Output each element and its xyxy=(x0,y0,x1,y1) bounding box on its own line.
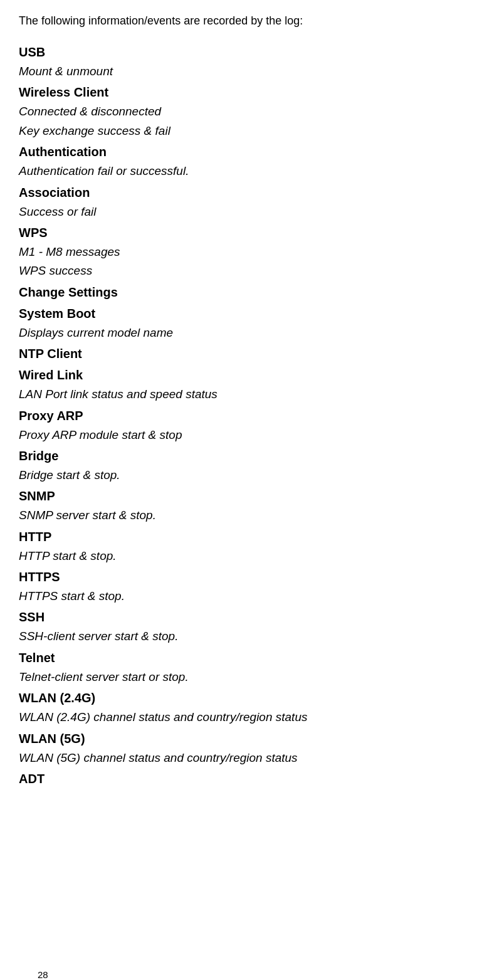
section-block: System BootDisplays current model name xyxy=(19,303,473,342)
section-detail: SSH-client server start & stop. xyxy=(19,627,473,646)
section-heading: Change Settings xyxy=(19,282,473,302)
section-detail: Proxy ARP module start & stop xyxy=(19,426,473,445)
section-heading: Association xyxy=(19,182,473,203)
section-heading: HTTP xyxy=(19,527,473,547)
section-detail: Displays current model name xyxy=(19,324,473,342)
page-number: 28 xyxy=(38,969,48,980)
section-detail: SNMP server start & stop. xyxy=(19,506,473,525)
section-heading: Authentication xyxy=(19,142,473,162)
section-heading: WLAN (5G) xyxy=(19,729,473,749)
section-block: Wired LinkLAN Port link status and speed… xyxy=(19,365,473,404)
section-detail: Success or fail xyxy=(19,203,473,221)
section-block: Proxy ARPProxy ARP module start & stop xyxy=(19,406,473,445)
section-heading: System Boot xyxy=(19,303,473,324)
section-block: Wireless ClientConnected & disconnectedK… xyxy=(19,82,473,140)
section-block: AssociationSuccess or fail xyxy=(19,182,473,221)
section-block: TelnetTelnet-client server start or stop… xyxy=(19,648,473,687)
section-block: HTTPSHTTPS start & stop. xyxy=(19,567,473,606)
section-detail: WLAN (5G) channel status and country/reg… xyxy=(19,749,473,767)
section-heading: SSH xyxy=(19,607,473,627)
section-block: SNMPSNMP server start & stop. xyxy=(19,486,473,525)
section-block: HTTPHTTP start & stop. xyxy=(19,527,473,566)
section-heading: USB xyxy=(19,42,473,62)
sections-container: USBMount & unmountWireless ClientConnect… xyxy=(19,42,473,789)
section-detail: Telnet-client server start or stop. xyxy=(19,668,473,687)
section-detail: WLAN (2.4G) channel status and country/r… xyxy=(19,708,473,727)
section-block: AuthenticationAuthentication fail or suc… xyxy=(19,142,473,181)
section-detail: LAN Port link status and speed status xyxy=(19,385,473,404)
section-block: WLAN (2.4G)WLAN (2.4G) channel status an… xyxy=(19,688,473,727)
section-detail: HTTPS start & stop. xyxy=(19,587,473,606)
section-heading: ADT xyxy=(19,769,473,789)
section-detail: Bridge start & stop. xyxy=(19,466,473,485)
section-heading: Proxy ARP xyxy=(19,406,473,426)
section-block: Change Settings xyxy=(19,282,473,302)
section-detail: Connected & disconnected xyxy=(19,102,473,121)
section-heading: NTP Client xyxy=(19,344,473,364)
section-heading: WPS xyxy=(19,223,473,243)
section-heading: HTTPS xyxy=(19,567,473,587)
intro-text: The following information/events are rec… xyxy=(19,13,473,29)
section-block: WLAN (5G)WLAN (5G) channel status and co… xyxy=(19,729,473,767)
section-heading: Wireless Client xyxy=(19,82,473,102)
section-detail: M1 - M8 messages xyxy=(19,243,473,261)
section-heading: WLAN (2.4G) xyxy=(19,688,473,708)
section-heading: SNMP xyxy=(19,486,473,506)
section-block: WPSM1 - M8 messagesWPS success xyxy=(19,223,473,281)
section-heading: Wired Link xyxy=(19,365,473,385)
section-heading: Bridge xyxy=(19,446,473,466)
section-heading: Telnet xyxy=(19,648,473,668)
section-block: USBMount & unmount xyxy=(19,42,473,81)
section-detail: WPS success xyxy=(19,261,473,280)
section-detail: HTTP start & stop. xyxy=(19,547,473,566)
section-block: NTP Client xyxy=(19,344,473,364)
section-block: BridgeBridge start & stop. xyxy=(19,446,473,485)
section-detail: Authentication fail or successful. xyxy=(19,162,473,181)
section-detail: Mount & unmount xyxy=(19,62,473,81)
section-block: SSHSSH-client server start & stop. xyxy=(19,607,473,646)
section-detail: Key exchange success & fail xyxy=(19,122,473,140)
section-block: ADT xyxy=(19,769,473,789)
